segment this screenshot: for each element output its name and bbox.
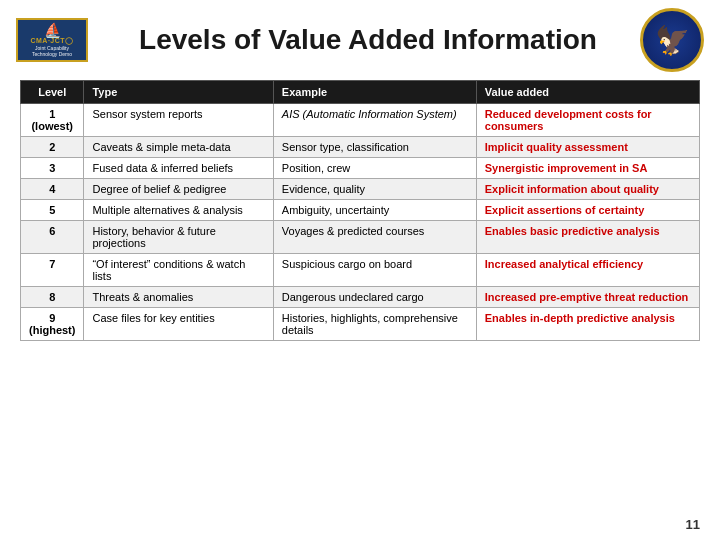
cell-value-added: Implicit quality assessment (476, 137, 699, 158)
cell-value-added: Enables in-depth predictive analysis (476, 308, 699, 341)
table-row: 4Degree of belief & pedigreeEvidence, qu… (21, 179, 700, 200)
cell-type: “Of interest” conditions & watch lists (84, 254, 273, 287)
cell-type: Case files for key entities (84, 308, 273, 341)
page-number: 11 (686, 517, 700, 532)
cell-value-added: Explicit assertions of certainty (476, 200, 699, 221)
cell-level: 2 (21, 137, 84, 158)
table-row: 5Multiple alternatives & analysisAmbigui… (21, 200, 700, 221)
cell-level: 9 (highest) (21, 308, 84, 341)
table-row: 8Threats & anomaliesDangerous undeclared… (21, 287, 700, 308)
cell-level: 7 (21, 254, 84, 287)
cell-type: Caveats & simple meta-data (84, 137, 273, 158)
col-header-type: Type (84, 81, 273, 104)
logo-left: ⛵ CMA·JCT◯ Joint CapabilityTechnology De… (16, 16, 96, 64)
cell-value-added: Reduced development costs for consumers (476, 104, 699, 137)
ship-icon: ⛵ (44, 23, 61, 37)
levels-table: Level Type Example Value added 1 (lowest… (20, 80, 700, 341)
cell-example: Dangerous undeclared cargo (273, 287, 476, 308)
cell-example: Evidence, quality (273, 179, 476, 200)
cell-example: Suspicious cargo on board (273, 254, 476, 287)
main-table-container: Level Type Example Value added 1 (lowest… (20, 80, 700, 341)
table-row: 9 (highest)Case files for key entitiesHi… (21, 308, 700, 341)
cell-example: Sensor type, classification (273, 137, 476, 158)
eagle-icon: 🦅 (655, 24, 690, 57)
cell-value-added: Enables basic predictive analysis (476, 221, 699, 254)
col-header-level: Level (21, 81, 84, 104)
col-header-example: Example (273, 81, 476, 104)
cell-value-added: Increased pre-emptive threat reduction (476, 287, 699, 308)
col-header-value: Value added (476, 81, 699, 104)
cell-level: 8 (21, 287, 84, 308)
page-title-container: Levels of Value Added Information (96, 24, 640, 56)
cell-level: 6 (21, 221, 84, 254)
cell-value-added: Explicit information about quality (476, 179, 699, 200)
cell-type: Multiple alternatives & analysis (84, 200, 273, 221)
cell-example: AIS (Automatic Information System) (273, 104, 476, 137)
cell-value-added: Synergistic improvement in SA (476, 158, 699, 179)
table-row: 7“Of interest” conditions & watch listsS… (21, 254, 700, 287)
cell-type: Fused data & inferred beliefs (84, 158, 273, 179)
logo-text: CMA·JCT◯ (30, 37, 73, 45)
table-row: 1 (lowest)Sensor system reportsAIS (Auto… (21, 104, 700, 137)
cell-level: 5 (21, 200, 84, 221)
cell-example: Ambiguity, uncertainty (273, 200, 476, 221)
cell-level: 4 (21, 179, 84, 200)
cell-type: History, behavior & future projections (84, 221, 273, 254)
cell-example: Histories, highlights, comprehensive det… (273, 308, 476, 341)
page-header: ⛵ CMA·JCT◯ Joint CapabilityTechnology De… (0, 0, 720, 76)
table-row: 2Caveats & simple meta-dataSensor type, … (21, 137, 700, 158)
cell-type: Degree of belief & pedigree (84, 179, 273, 200)
table-row: 6History, behavior & future projectionsV… (21, 221, 700, 254)
cell-example: Position, crew (273, 158, 476, 179)
logo-subtext: Joint CapabilityTechnology Demo (32, 45, 72, 57)
cell-type: Threats & anomalies (84, 287, 273, 308)
cell-value-added: Increased analytical efficiency (476, 254, 699, 287)
table-header-row: Level Type Example Value added (21, 81, 700, 104)
table-row: 3Fused data & inferred beliefsPosition, … (21, 158, 700, 179)
logo-right: 🦅 (640, 8, 704, 72)
cell-level: 1 (lowest) (21, 104, 84, 137)
cell-type: Sensor system reports (84, 104, 273, 137)
page-title: Levels of Value Added Information (96, 24, 640, 56)
cell-example: Voyages & predicted courses (273, 221, 476, 254)
cell-level: 3 (21, 158, 84, 179)
